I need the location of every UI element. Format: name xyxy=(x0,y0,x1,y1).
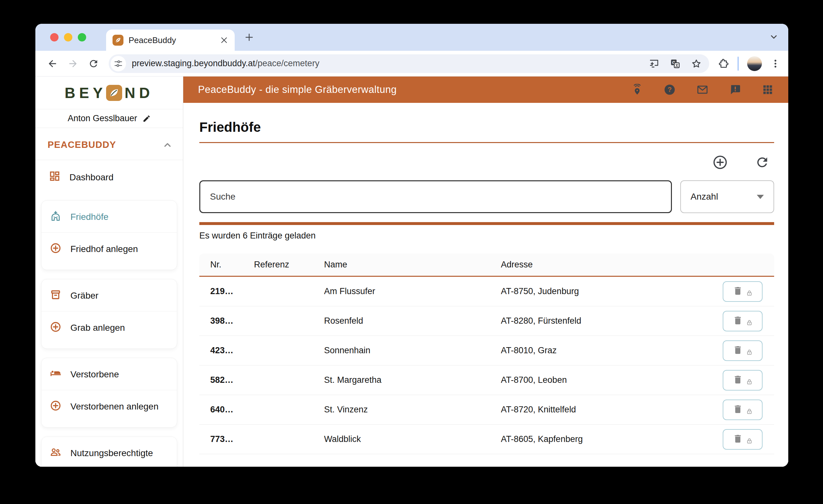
sidebar-item-label: Nutzungsberechtigte xyxy=(70,447,153,460)
people-icon xyxy=(50,447,61,460)
add-circle-icon[interactable] xyxy=(712,155,728,170)
delete-button[interactable] xyxy=(723,370,763,390)
section-peacebuddy[interactable]: PEACEBUDDY xyxy=(40,128,178,160)
count-select[interactable]: Anzahl xyxy=(680,180,774,213)
mail-icon[interactable] xyxy=(696,83,708,96)
cemetery-table: Nr. Referenz Name Adresse 219… Am Flussu… xyxy=(199,254,774,454)
url-host: preview.staging.beyondbuddy.at xyxy=(132,58,255,68)
menu-kebab-icon[interactable] xyxy=(770,58,781,69)
close-window-button[interactable] xyxy=(50,33,58,41)
extensions-area xyxy=(718,56,781,71)
delete-button[interactable] xyxy=(723,281,763,302)
table-row[interactable]: 219… Am Flussufer AT-8750, Judenburg xyxy=(199,277,774,306)
new-tab-button[interactable] xyxy=(244,32,254,42)
sidebar: BEY ND Anton Gesslbauer PEACEBUDDY xyxy=(35,76,183,467)
lock-icon xyxy=(746,408,753,415)
cell-nr: 773… xyxy=(210,434,254,444)
search-input[interactable] xyxy=(210,192,661,202)
sidebar-item-label: Friedhöfe xyxy=(70,210,108,224)
sidebar-item-label: Verstorbenen anlegen xyxy=(70,400,159,413)
browser-toolbar: preview.staging.beyondbuddy.at/peace/cem… xyxy=(35,51,788,76)
table-row[interactable]: 398… Rosenfeld AT-8280, Fürstenfeld xyxy=(199,306,774,336)
table-row[interactable]: 423… Sonnenhain AT-8010, Graz xyxy=(199,336,774,365)
cell-nr: 423… xyxy=(210,346,254,355)
table-row[interactable]: 640… St. Vinzenz AT-8720, Knittelfeld xyxy=(199,395,774,425)
zoom-window-button[interactable] xyxy=(78,33,86,41)
page-content: Friedhöfe Anzahl xyxy=(183,103,788,467)
chevron-down-icon xyxy=(757,195,764,199)
edit-pencil-icon[interactable] xyxy=(142,115,151,123)
search-field[interactable] xyxy=(199,180,672,213)
lock-icon xyxy=(746,379,753,386)
lock-icon xyxy=(746,349,753,356)
browser-tab[interactable]: PeaceBuddy xyxy=(106,30,235,51)
app-header-icons: ? xyxy=(631,83,774,96)
url-text[interactable]: preview.staging.beyondbuddy.at/peace/cem… xyxy=(132,58,649,68)
delete-button[interactable] xyxy=(723,399,763,420)
location-signal-icon[interactable] xyxy=(631,84,643,96)
bookmark-star-icon[interactable] xyxy=(691,58,701,69)
sidebar-nav: PEACEBUDDY Dashboard xyxy=(35,128,183,467)
sidebar-item-friedhof-anlegen[interactable]: Friedhof anlegen xyxy=(41,232,177,265)
lock-icon xyxy=(746,438,753,445)
profile-avatar[interactable] xyxy=(747,56,762,71)
minimize-window-button[interactable] xyxy=(64,33,72,41)
sidebar-item-label: Gräber xyxy=(70,289,99,303)
cell-adresse: AT-8750, Judenburg xyxy=(501,286,723,296)
site-settings-icon[interactable] xyxy=(111,56,126,71)
refresh-icon[interactable] xyxy=(755,155,770,170)
tab-close-icon[interactable] xyxy=(220,36,228,44)
trash-icon xyxy=(733,434,743,445)
feedback-icon[interactable] xyxy=(729,83,742,96)
cell-nr: 219… xyxy=(210,286,254,296)
app-root: BEY ND Anton Gesslbauer PEACEBUDDY xyxy=(35,76,788,467)
cell-adresse: AT-8010, Graz xyxy=(501,346,723,355)
main-area: PeaceBuddy - die simple Gräberverwaltung… xyxy=(183,76,788,467)
dashboard-icon xyxy=(49,170,60,184)
translate-icon[interactable]: G xyxy=(670,58,680,69)
trash-icon xyxy=(733,315,743,327)
sidebar-item-dashboard[interactable]: Dashboard xyxy=(40,160,178,194)
apps-grid-icon[interactable] xyxy=(762,84,774,96)
sidebar-item-friedhoefe[interactable]: Friedhöfe xyxy=(41,201,177,232)
beyond-logo[interactable]: BEY ND xyxy=(35,76,183,109)
grave-box-icon xyxy=(50,289,61,303)
cell-adresse: AT-8720, Knittelfeld xyxy=(501,405,723,414)
reload-icon[interactable] xyxy=(84,54,103,73)
table-row[interactable]: 773… Waldblick AT-8605, Kapfenberg xyxy=(199,425,774,454)
favicon-icon xyxy=(113,35,124,46)
chevron-up-icon[interactable] xyxy=(162,140,173,150)
forward-icon[interactable] xyxy=(64,54,82,73)
delete-button[interactable] xyxy=(723,429,763,450)
table-row[interactable]: 582… St. Margaretha AT-8700, Leoben xyxy=(199,365,774,395)
sidebar-item-label: Grab anlegen xyxy=(70,321,125,335)
user-row[interactable]: Anton Gesslbauer xyxy=(35,109,183,128)
sidebar-item-verstorbenen-anlegen[interactable]: Verstorbenen anlegen xyxy=(41,390,177,422)
tab-search-chevron-icon[interactable] xyxy=(769,32,779,42)
logo-text-left: BEY xyxy=(64,84,107,102)
add-circle-icon xyxy=(50,400,61,414)
back-icon[interactable] xyxy=(43,54,62,73)
cell-nr: 398… xyxy=(210,316,254,326)
cell-name: St. Vinzenz xyxy=(324,405,501,414)
address-bar[interactable]: preview.staging.beyondbuddy.at/peace/cem… xyxy=(109,54,709,73)
table-header: Nr. Referenz Name Adresse xyxy=(199,254,774,277)
page-title: Friedhöfe xyxy=(199,120,774,135)
sidebar-item-nutzungsberechtigte[interactable]: Nutzungsberechtigte xyxy=(41,437,177,467)
sidebar-group-verstorbene: Verstorbene Verstorbenen anlegen xyxy=(41,358,177,428)
delete-button[interactable] xyxy=(723,311,763,331)
sidebar-item-grab-anlegen[interactable]: Grab anlegen xyxy=(41,311,177,343)
cell-name: St. Margaretha xyxy=(324,375,501,385)
sidebar-item-verstorbene[interactable]: Verstorbene xyxy=(41,358,177,390)
sidebar-group-graeber: Gräber Grab anlegen xyxy=(41,279,177,349)
sidebar-item-graeber[interactable]: Gräber xyxy=(41,279,177,311)
cell-nr: 640… xyxy=(210,405,254,414)
trash-icon xyxy=(733,286,743,297)
browser-window: PeaceBuddy preview.staging.beyondbuddy.a… xyxy=(35,24,788,467)
tab-strip: PeaceBuddy xyxy=(35,24,788,51)
help-icon[interactable]: ? xyxy=(664,83,676,96)
user-name: Anton Gesslbauer xyxy=(67,114,137,124)
extensions-icon[interactable] xyxy=(718,58,729,69)
delete-button[interactable] xyxy=(723,340,763,361)
install-icon[interactable] xyxy=(649,58,659,69)
